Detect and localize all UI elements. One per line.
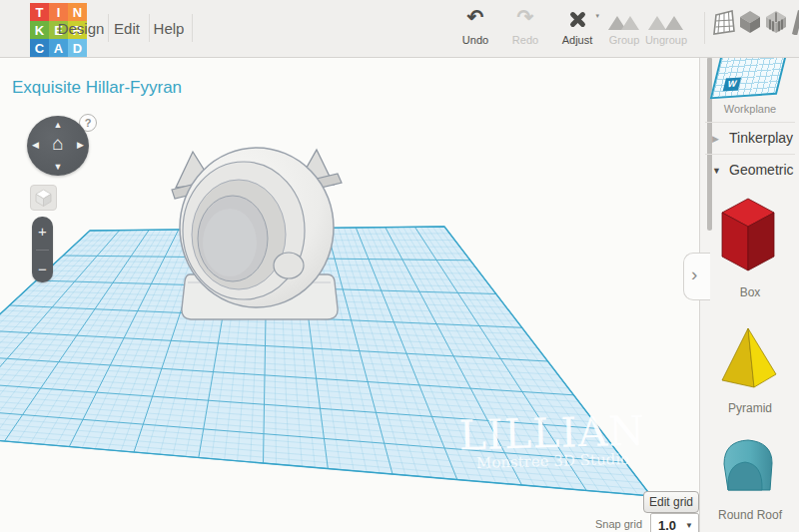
zoom-divider — [36, 250, 49, 251]
logo-tile: C — [30, 39, 49, 57]
section-label: Geometric — [729, 162, 794, 178]
section-label: Tinkerplay — [729, 130, 793, 146]
menu-edit[interactable]: Edit — [107, 0, 147, 57]
3d-viewport[interactable]: LILLIAN Monstree 3D Studio Exquisite Hil… — [0, 57, 699, 532]
zoom-out-button[interactable]: − — [32, 261, 53, 277]
logo-tile: T — [30, 3, 49, 21]
ungroup-button: Ungroup — [642, 6, 690, 52]
snap-grid-value: 1.0 — [658, 518, 676, 532]
group-icon — [606, 14, 642, 30]
menu-divider — [192, 14, 193, 42]
shape-box[interactable] — [716, 193, 780, 276]
section-geometric[interactable]: ▼ Geometric — [700, 162, 799, 180]
adjust-tools-icon — [567, 9, 587, 29]
model-object[interactable] — [172, 148, 342, 319]
redo-icon: ↷ — [501, 6, 549, 28]
snap-grid-select[interactable]: 1.0 ▼ — [650, 513, 699, 532]
redo-button: ↷ Redo — [501, 6, 549, 52]
undo-button[interactable]: ↶ Undo — [451, 6, 499, 52]
ungroup-label: Ungroup — [642, 34, 690, 46]
shape-pyramid-label: Pyramid — [700, 401, 799, 415]
rotate-down-icon[interactable]: ▼ — [27, 162, 89, 172]
ruler-icon[interactable] — [791, 9, 799, 35]
shapes-panel: W Workplane ▶ Tinkerplay ▼ Geometric Box… — [699, 57, 799, 532]
sidebar-divider — [705, 154, 795, 155]
chevron-right-icon: ▶ — [712, 134, 719, 144]
chevron-down-icon: ▾ — [595, 12, 599, 20]
rotate-up-icon[interactable]: ▲ — [27, 120, 89, 130]
transparent-view-icon[interactable] — [765, 10, 787, 34]
undo-label: Undo — [451, 34, 499, 46]
select-caret-icon: ▼ — [685, 521, 693, 530]
shape-pyramid[interactable] — [718, 324, 780, 392]
adjust-button[interactable]: ▾ Adjust — [553, 6, 601, 52]
logo-tile: K — [30, 21, 49, 39]
solid-view-icon[interactable] — [739, 10, 761, 34]
top-toolbar: T I N K E R C A D Design Edit Help ↶ Und… — [0, 0, 799, 58]
view-dpad[interactable]: ▲ ▼ ◀ ▶ ⌂ — [27, 116, 89, 176]
menu-help[interactable]: Help — [147, 0, 191, 57]
redo-label: Redo — [501, 34, 549, 46]
snap-grid-label: Snap grid — [595, 518, 642, 530]
workplane-view-icon[interactable] — [711, 8, 737, 36]
cube-icon — [35, 189, 52, 207]
toolbar-divider — [704, 12, 705, 44]
sidebar-divider — [705, 122, 795, 123]
adjust-label: Adjust — [553, 34, 601, 46]
zoom-in-button[interactable]: + — [32, 223, 53, 240]
zoom-controls[interactable]: + − — [32, 217, 53, 282]
edit-grid-button[interactable]: Edit grid — [643, 491, 699, 513]
group-label: Group — [600, 34, 648, 46]
design-title: Exquisite Hillar-Fyyran — [12, 78, 182, 98]
group-button: Group — [600, 6, 648, 52]
workplane-scene — [0, 57, 699, 532]
shape-box-label: Box — [700, 285, 799, 299]
ungroup-icon — [648, 14, 684, 30]
workplane-grid[interactable] — [0, 227, 651, 496]
shape-round-roof[interactable] — [718, 434, 782, 494]
view-cube-button[interactable] — [30, 185, 57, 211]
workplane-shape-label: Workplane — [700, 103, 799, 115]
section-tinkerplay[interactable]: ▶ Tinkerplay — [700, 130, 799, 148]
undo-icon: ↶ — [451, 6, 499, 28]
chevron-right-icon: › — [691, 264, 697, 285]
workplane-badge: W — [723, 77, 742, 91]
chevron-down-icon: ▼ — [712, 166, 721, 176]
model-ball[interactable] — [274, 253, 304, 278]
home-view-icon[interactable]: ⌂ — [27, 133, 89, 155]
panel-collapse-tab[interactable]: › — [683, 253, 710, 300]
menu-design[interactable]: Design — [56, 0, 106, 57]
shape-round-roof-label: Round Roof — [700, 508, 799, 522]
